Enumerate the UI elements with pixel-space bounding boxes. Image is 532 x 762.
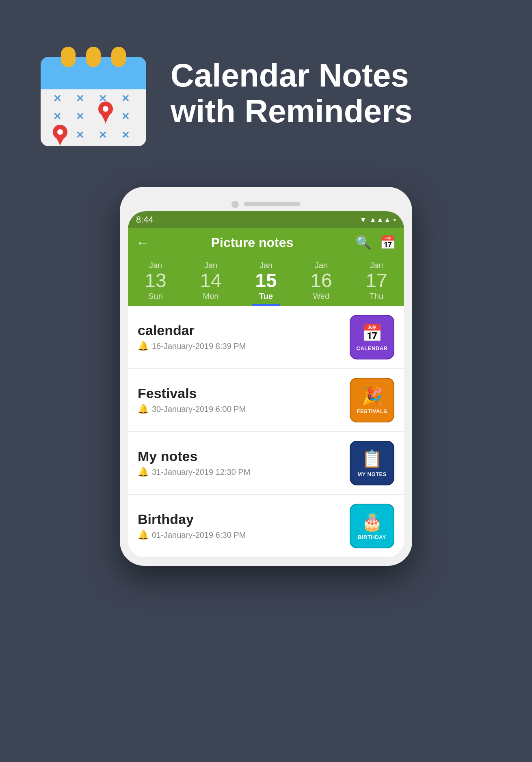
note-reminder-birthday: 🔔 01-January-2019 6:30 PM [138, 530, 342, 540]
svg-text:×: × [76, 91, 84, 105]
svg-rect-4 [86, 47, 101, 67]
badge-calendar[interactable]: 📅 Calendar [350, 315, 394, 359]
note-content-calendar: calendar 🔔 16-January-2019 8:39 PM [138, 323, 342, 351]
svg-text:×: × [76, 127, 84, 142]
status-icons: ▼ ▲▲▲ ▪ [359, 216, 396, 224]
bell-icon-festivals: 🔔 [138, 404, 149, 414]
badge-mynotes[interactable]: 📋 MY NOTES [350, 441, 394, 485]
note-reminder-mynotes: 🔔 31-January-2019 12:30 PM [138, 467, 342, 477]
date-item-sun[interactable]: Jan 13 Sun [135, 261, 176, 306]
wifi-icon: ▼ [359, 216, 367, 224]
app-bar: ← Picture notes 🔍 📅 [128, 228, 404, 257]
signal-icon: ▲▲▲ [369, 216, 391, 224]
svg-text:×: × [54, 108, 61, 123]
date-item-wed[interactable]: Jan 16 Wed [301, 261, 342, 306]
note-item-calendar[interactable]: calendar 🔔 16-January-2019 8:39 PM 📅 Cal… [128, 306, 404, 369]
badge-festivals[interactable]: 🎉 FESTIVALS [350, 378, 394, 422]
svg-rect-3 [61, 47, 76, 67]
hero-title: Calendar Notes with Reminders [171, 58, 500, 129]
date-item-mon[interactable]: Jan 14 Mon [190, 261, 231, 306]
app-bar-title: Picture notes [157, 235, 347, 250]
status-time: 8:44 [136, 214, 154, 225]
phone-top-bar [128, 195, 404, 211]
note-title-birthday: Birthday [138, 511, 342, 527]
badge-calendar-icon: 📅 [361, 323, 383, 343]
svg-text:×: × [76, 108, 84, 123]
bell-icon: 🔔 [138, 341, 149, 351]
note-item-birthday[interactable]: Birthday 🔔 01-January-2019 6:30 PM 🎂 BIR… [128, 495, 404, 558]
badge-mynotes-icon: 📋 [361, 449, 383, 469]
svg-text:×: × [122, 127, 130, 142]
note-title-festivals: Festivals [138, 385, 342, 401]
note-title-mynotes: My notes [138, 448, 342, 464]
speaker-bar [244, 202, 301, 206]
note-item-mynotes[interactable]: My notes 🔔 31-January-2019 12:30 PM 📋 MY… [128, 432, 404, 495]
note-content-festivals: Festivals 🔔 30-January-2019 6:00 PM [138, 385, 342, 414]
notes-list: calendar 🔔 16-January-2019 8:39 PM 📅 Cal… [128, 306, 404, 558]
note-reminder-festivals: 🔔 30-January-2019 6:00 PM [138, 404, 342, 414]
svg-text:×: × [54, 91, 61, 105]
date-item-thu[interactable]: Jan 17 Thu [356, 261, 397, 306]
phone-mockup-section: 8:44 ▼ ▲▲▲ ▪ ← Picture notes 🔍 📅 Jan [0, 179, 532, 590]
svg-point-16 [57, 129, 63, 135]
app-icon: × × × × × × × × × × [32, 32, 154, 154]
calendar-icon[interactable]: 📅 [380, 235, 396, 250]
camera-dot [231, 201, 239, 208]
back-icon[interactable]: ← [136, 235, 149, 250]
phone-inner: 8:44 ▼ ▲▲▲ ▪ ← Picture notes 🔍 📅 Jan [128, 211, 404, 558]
bell-icon-mynotes: 🔔 [138, 467, 149, 477]
badge-birthday[interactable]: 🎂 BIRTHDAY [350, 504, 394, 548]
note-content-birthday: Birthday 🔔 01-January-2019 6:30 PM [138, 511, 342, 540]
note-item-festivals[interactable]: Festivals 🔔 30-January-2019 6:00 PM 🎉 FE… [128, 369, 404, 432]
badge-festivals-icon: 🎉 [361, 386, 383, 406]
svg-text:×: × [122, 91, 130, 105]
note-reminder-calendar: 🔔 16-January-2019 8:39 PM [138, 341, 342, 351]
svg-text:×: × [99, 127, 107, 142]
date-item-tue[interactable]: Jan 15 Tue [246, 261, 286, 306]
svg-rect-2 [41, 77, 146, 89]
badge-birthday-icon: 🎂 [361, 512, 383, 532]
status-bar: 8:44 ▼ ▲▲▲ ▪ [128, 211, 404, 228]
svg-text:×: × [122, 108, 130, 123]
bell-icon-birthday: 🔔 [138, 530, 149, 540]
search-icon[interactable]: 🔍 [355, 235, 372, 250]
svg-point-13 [103, 106, 108, 112]
note-content-mynotes: My notes 🔔 31-January-2019 12:30 PM [138, 448, 342, 477]
hero-text: Calendar Notes with Reminders [171, 58, 500, 129]
note-title-calendar: calendar [138, 323, 342, 338]
hero-section: × × × × × × × × × × Calendar Notes with … [0, 0, 532, 179]
battery-icon: ▪ [394, 216, 396, 224]
phone-outer: 8:44 ▼ ▲▲▲ ▪ ← Picture notes 🔍 📅 Jan [120, 187, 412, 566]
svg-rect-5 [111, 47, 126, 67]
date-strip: Jan 13 Sun Jan 14 Mon Jan 15 Tue Jan 16 [128, 257, 404, 306]
